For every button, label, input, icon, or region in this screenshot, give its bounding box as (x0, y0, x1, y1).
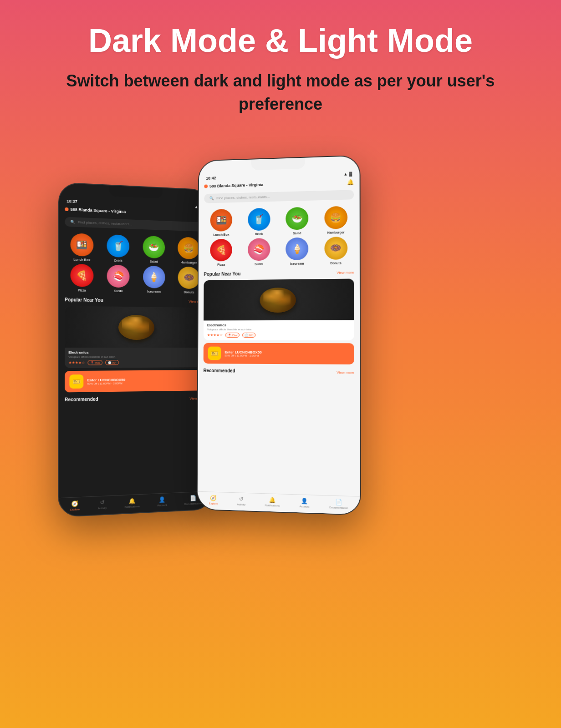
dark-nav-activity[interactable]: ↺ Activity (98, 499, 107, 510)
light-recommended-header: Recommended View more (198, 366, 360, 378)
dark-search-placeholder: Find places, dishes, restaurants... (78, 220, 133, 226)
light-nav-docs[interactable]: 📄 Documentation (329, 499, 348, 510)
light-status-icons: ▲ ▓ (343, 172, 352, 177)
dark-badge-time: 🕐 90° (105, 360, 119, 365)
light-nav-docs-label: Documentation (329, 506, 348, 510)
header-section: Dark Mode & Light Mode Switch between da… (0, 0, 561, 129)
dark-food-card[interactable]: Electronics Voluptate officiis blanditii… (65, 306, 206, 368)
dark-nav-account[interactable]: 👤 Account (157, 496, 167, 506)
light-search-bar[interactable]: 🔍 Find places, dishes, restaurants... (204, 190, 354, 203)
light-nav-notifications[interactable]: 🔔 Notifications (265, 496, 280, 507)
light-pizza-icon: 🍕 (210, 239, 232, 262)
dark-nav-notifications[interactable]: 🔔 Notifications (125, 497, 140, 508)
explore-icon: 🧭 (71, 500, 79, 507)
light-badge-time: 🕐 90° (242, 333, 255, 338)
light-view-more-2[interactable]: View more (337, 370, 354, 374)
dark-notch (109, 186, 163, 199)
notifications-icon: 🔔 (129, 498, 136, 505)
dark-cat-pizza[interactable]: 🍕 Pizza (65, 263, 99, 292)
light-donuts-icon: 🍩 (324, 237, 347, 260)
dark-screen-content: 10:37 ▲ ▓ 588 Blanda Square - Virginia 🔔… (59, 183, 212, 516)
light-salad-icon: 🥗 (286, 207, 308, 230)
dark-hamburger-icon: 🍔 (178, 237, 199, 259)
light-screen-content: 10:42 ▲ ▓ 588 Blanda Square - Virginia 🔔… (198, 156, 360, 515)
light-promo-icon: 🎫 (208, 347, 221, 360)
light-food-card[interactable]: Electronics Voluptate officiis blanditii… (204, 278, 354, 340)
light-popular-header: Popular Near You View more (199, 268, 360, 278)
dark-promo-text: Enter LUCNCHBOX50 50% Off | 11:00PM - 2:… (87, 377, 201, 385)
light-food-info: Electronics Voluptate officiis blanditii… (204, 320, 354, 341)
light-food-image (204, 278, 354, 320)
light-promo-text: Enter LUCNCHBOX50 50% Off | 11:00PM - 2:… (224, 350, 349, 357)
dark-cat-salad[interactable]: 🥗 Salad (138, 235, 170, 263)
dark-cat-drink[interactable]: 🥤 Drink (102, 234, 135, 263)
dark-cat-lunchbox[interactable]: 🍱 Lunch Box (65, 233, 99, 262)
light-sushi-icon: 🍣 (248, 238, 270, 261)
light-cat-drink[interactable]: 🥤 Drink (241, 207, 276, 236)
account-icon: 👤 (158, 496, 165, 503)
light-cat-sushi[interactable]: 🍣 Sushi (241, 238, 277, 266)
dark-phone: 10:37 ▲ ▓ 588 Blanda Square - Virginia 🔔… (58, 182, 213, 517)
dark-food-image (65, 306, 205, 348)
dark-promo-banner[interactable]: 🎫 Enter LUCNCHBOX50 50% Off | 11:00PM - … (65, 370, 206, 392)
light-salad-label: Salad (293, 232, 301, 235)
dark-nav-explore-label: Explore (70, 508, 80, 511)
light-cat-lunchbox[interactable]: 🍱 Lunch Box (204, 208, 239, 236)
light-cat-pizza[interactable]: 🍕 Pizza (204, 238, 239, 266)
light-cat-salad[interactable]: 🥗 Salad (279, 207, 315, 235)
dark-donuts-label: Donuts (184, 290, 194, 293)
light-promo-banner[interactable]: 🎫 Enter LUCNCHBOX50 50% Off | 11:00PM - … (204, 343, 354, 364)
light-time: 10:42 (206, 176, 216, 180)
light-activity-icon: ↺ (239, 495, 244, 502)
light-nav-account[interactable]: 👤 Account (300, 498, 310, 508)
dark-cat-icecream[interactable]: 🍦 Icecream (138, 265, 170, 293)
light-power-button (360, 238, 361, 261)
light-wifi-icon: ▲ (343, 172, 347, 176)
light-sushi-label: Sushi (255, 263, 263, 266)
dark-bottom-nav: 🧭 Explore ↺ Activity 🔔 Notifications 👤 A… (59, 491, 212, 516)
dark-salad-label: Salad (150, 260, 158, 263)
light-food-meta: ★★★★☆ 📍 75m 🕐 90° (207, 333, 351, 338)
light-nav-activity-label: Activity (237, 503, 245, 506)
light-food-desc: Voluptate officiis blanditiis et aut dol… (207, 328, 351, 331)
light-icecream-label: Icecream (290, 262, 304, 265)
light-cat-donuts[interactable]: 🍩 Donuts (318, 237, 354, 265)
phones-container: 10:37 ▲ ▓ 588 Blanda Square - Virginia 🔔… (0, 147, 561, 580)
light-badge-distance: 📍 75m (225, 333, 240, 338)
subtitle: Switch between dark and light mode as pe… (46, 70, 515, 116)
light-docs-icon: 📄 (335, 499, 342, 506)
light-nav-activity[interactable]: ↺ Activity (237, 495, 245, 506)
light-nav-explore[interactable]: 🧭 Explore (209, 495, 218, 505)
light-recommended-title: Recommended (204, 368, 235, 373)
dark-nav-account-label: Account (157, 504, 167, 507)
dark-food-bg (65, 306, 205, 348)
light-search-placeholder: Find places, dishes, restaurants... (216, 195, 270, 200)
light-drink-icon: 🥤 (248, 208, 270, 231)
dark-food-plate (118, 314, 154, 339)
activity-icon: ↺ (100, 499, 105, 506)
dark-recommended-title: Recommended (65, 397, 98, 402)
light-explore-icon: 🧭 (210, 495, 217, 501)
light-pizza-label: Pizza (217, 263, 225, 266)
light-cat-icecream[interactable]: 🍦 Icecream (279, 237, 315, 265)
dark-salad-icon: 🥗 (143, 236, 165, 258)
dark-categories-grid: 🍱 Lunch Box 🥤 Drink 🥗 Salad 🍔 Hamburger (59, 229, 210, 298)
light-popular-title: Popular Near You (204, 271, 241, 277)
light-notch (251, 158, 305, 171)
dark-food-meta: ★★★★☆ 📍 75m 🕐 90° (68, 359, 202, 365)
dark-search-bar[interactable]: 🔍 Find places, dishes, restaurants... (65, 217, 204, 232)
light-hamburger-icon: 🍔 (324, 206, 347, 229)
dark-nav-explore[interactable]: 🧭 Explore (70, 500, 80, 511)
light-cat-hamburger[interactable]: 🍔 Hamburger (318, 206, 354, 234)
light-donuts-label: Donuts (330, 262, 341, 265)
light-view-more[interactable]: View more (337, 270, 354, 275)
light-plate-garnish (263, 289, 291, 305)
light-food-name: Electronics (207, 323, 351, 328)
dark-recommended-header: Recommended View more (59, 393, 211, 406)
dark-cat-sushi[interactable]: 🍣 Sushi (102, 264, 135, 293)
light-battery-icon: ▓ (349, 172, 352, 176)
light-stars: ★★★★☆ (207, 333, 223, 337)
dark-pizza-label: Pizza (78, 288, 86, 292)
dark-search-icon: 🔍 (71, 220, 75, 224)
dark-lunchbox-icon: 🍱 (70, 233, 93, 257)
